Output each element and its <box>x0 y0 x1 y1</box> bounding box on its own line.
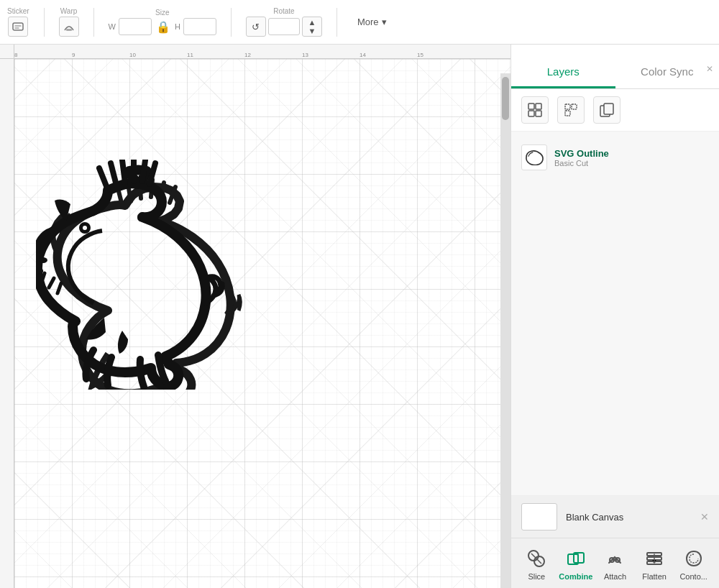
main-toolbar: Sticker Warp Size W 🔒 H Rotate <box>0 0 719 45</box>
attach-icon <box>603 547 626 570</box>
tab-color-sync[interactable]: Color Sync ✕ <box>615 58 720 88</box>
sep-3 <box>231 8 232 37</box>
panel-tabs: Layers Color Sync ✕ <box>511 45 719 89</box>
more-label: More <box>357 17 379 27</box>
combine-icon <box>564 547 587 570</box>
flatten-label: Flatten <box>642 572 667 581</box>
right-panel: Layers Color Sync ✕ <box>510 45 719 588</box>
group-button[interactable] <box>521 96 549 124</box>
layer-type: Basic Cut <box>554 159 709 167</box>
flatten-icon <box>643 547 666 570</box>
combine-label: Combine <box>559 572 592 581</box>
layer-preview-icon <box>524 150 544 165</box>
blank-canvas-thumb <box>521 503 557 530</box>
blank-canvas-close-icon[interactable]: ✕ <box>700 511 709 523</box>
svg-point-4 <box>83 226 87 230</box>
rotate-input[interactable] <box>268 18 300 35</box>
size-w-input[interactable] <box>119 18 152 35</box>
layer-info: SVG Outline Basic Cut <box>554 148 709 167</box>
bottom-actions: Slice Combine <box>511 544 719 585</box>
sep-1 <box>44 8 45 37</box>
more-button[interactable]: More ▾ <box>352 14 393 30</box>
more-arrow-icon: ▾ <box>382 17 387 27</box>
size-label: Size <box>155 9 169 17</box>
ruler-tick: 8 <box>14 52 17 58</box>
svg-rect-10 <box>572 104 577 109</box>
ruler-tick: 9 <box>72 52 75 58</box>
blank-canvas-row[interactable]: Blank Canvas ✕ <box>511 495 719 538</box>
ruler-corner <box>0 45 14 59</box>
contour-label: Conto... <box>679 572 707 581</box>
contour-icon <box>682 547 705 570</box>
rotate-group: Rotate ↺ ▲▼ <box>246 7 322 37</box>
layer-name: SVG Outline <box>554 148 709 159</box>
rotate-cw-button[interactable]: ▲▼ <box>302 17 322 37</box>
group-icon <box>527 102 543 118</box>
ruler-tick: 14 <box>360 52 366 58</box>
ruler-tick: 10 <box>129 52 136 58</box>
rotate-ccw-button[interactable]: ↺ <box>246 17 266 37</box>
ruler-left <box>0 59 14 588</box>
ruler-top: 8 9 10 11 12 13 14 15 <box>14 45 510 59</box>
ruler-tick: 13 <box>302 52 308 58</box>
razorback-image[interactable] <box>36 160 482 390</box>
sep-2 <box>93 8 94 37</box>
lock-icon[interactable]: 🔒 <box>155 18 172 35</box>
layer-thumbnail <box>521 144 547 170</box>
slice-label: Slice <box>528 572 545 581</box>
combine-button[interactable]: Combine <box>559 547 593 581</box>
size-w-label: W <box>109 22 116 31</box>
attach-label: Attach <box>604 572 626 581</box>
duplicate-icon <box>599 102 615 118</box>
tab-layers[interactable]: Layers <box>511 58 615 88</box>
svg-rect-5 <box>528 104 534 109</box>
warp-button[interactable] <box>59 17 79 37</box>
ungroup-icon <box>563 102 579 118</box>
ruler-tick: 15 <box>417 52 423 58</box>
ungroup-button[interactable] <box>557 96 585 124</box>
svg-rect-1 <box>66 29 72 31</box>
svg-rect-9 <box>565 104 570 109</box>
svg-point-2 <box>39 257 47 263</box>
ruler-tick: 12 <box>244 52 251 58</box>
attach-button[interactable]: Attach <box>597 547 632 581</box>
panel-actions <box>511 89 719 132</box>
panel-bottom: Slice Combine <box>511 538 719 588</box>
ruler-tick: 11 <box>187 52 193 58</box>
scroll-right[interactable] <box>500 73 510 588</box>
canvas-grid[interactable] <box>14 59 510 588</box>
svg-rect-8 <box>536 111 541 116</box>
scroll-thumb[interactable] <box>502 77 509 120</box>
color-sync-close-icon[interactable]: ✕ <box>706 64 713 74</box>
svg-rect-11 <box>565 111 570 116</box>
contour-button[interactable]: Conto... <box>677 547 711 581</box>
main-area: 8 9 10 11 12 13 14 15 <box>0 45 719 588</box>
slice-button[interactable]: Slice <box>519 547 554 581</box>
duplicate-button[interactable] <box>593 96 620 124</box>
warp-label: Warp <box>60 7 78 15</box>
svg-line-16 <box>531 553 541 564</box>
layer-list: SVG Outline Basic Cut <box>511 132 719 495</box>
sticker-button[interactable] <box>8 17 28 37</box>
size-h-input[interactable] <box>183 18 216 35</box>
layer-item[interactable]: SVG Outline Basic Cut <box>511 139 719 176</box>
slice-icon <box>525 547 548 570</box>
size-h-label: H <box>175 22 180 31</box>
sticker-group: Sticker <box>7 7 29 37</box>
flatten-button[interactable]: Flatten <box>637 547 672 581</box>
sticker-label: Sticker <box>7 7 29 15</box>
blank-canvas-label: Blank Canvas <box>566 512 623 523</box>
svg-rect-6 <box>536 104 541 109</box>
size-group: Size W 🔒 H <box>109 9 216 35</box>
warp-group: Warp <box>59 7 79 37</box>
svg-rect-7 <box>528 111 534 116</box>
canvas-area[interactable]: 8 9 10 11 12 13 14 15 <box>0 45 510 588</box>
svg-rect-0 <box>13 23 23 30</box>
rotate-label: Rotate <box>273 7 294 15</box>
sep-4 <box>336 8 337 37</box>
svg-rect-13 <box>604 104 613 114</box>
